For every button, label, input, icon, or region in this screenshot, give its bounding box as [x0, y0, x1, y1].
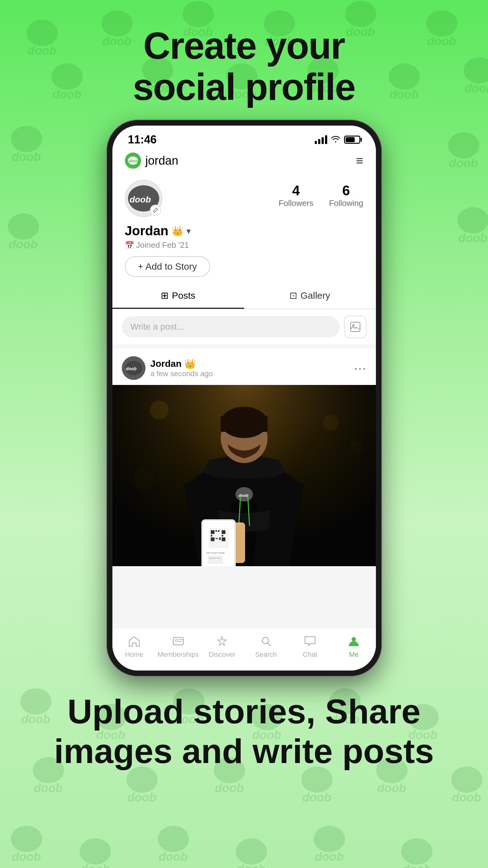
svg-rect-99 — [211, 537, 215, 541]
tabs-row: ⊞ Posts ⊡ Gallery — [112, 283, 376, 309]
following-label: Following — [329, 198, 363, 208]
svg-rect-98 — [222, 535, 223, 536]
nav-chat[interactable]: Chat — [288, 633, 332, 661]
following-stat[interactable]: 6 Following — [329, 183, 363, 208]
svg-point-107 — [175, 639, 177, 642]
write-post-bar: Write a post... — [112, 309, 376, 344]
write-post-input[interactable]: Write a post... — [122, 316, 340, 337]
edit-avatar-button[interactable] — [150, 205, 161, 216]
nav-me[interactable]: Me — [332, 633, 376, 661]
tab-posts[interactable]: ⊞ Posts — [112, 283, 244, 309]
svg-point-113 — [352, 637, 356, 642]
gallery-tab-label: Gallery — [300, 290, 330, 301]
nav-memberships[interactable]: Memberships — [156, 633, 200, 661]
svg-line-112 — [267, 643, 270, 646]
profile-section: doob 4 Followers — [112, 174, 376, 283]
nav-search[interactable]: Search — [244, 633, 288, 661]
status-icons — [315, 135, 360, 145]
gallery-tab-icon: ⊡ — [289, 290, 297, 301]
app-username: jordan — [145, 154, 178, 167]
add-to-story-button[interactable]: + Add to Story — [125, 256, 210, 277]
nav-home[interactable]: Home — [112, 633, 156, 661]
posts-tab-icon: ⊞ — [161, 290, 169, 301]
avatar-container[interactable]: doob — [125, 180, 162, 217]
svg-point-62 — [236, 838, 267, 865]
svg-point-78 — [150, 401, 169, 419]
top-heading-text: Create your social profile — [0, 25, 488, 107]
nav-memberships-label: Memberships — [157, 651, 199, 659]
post-image: doob — [112, 385, 376, 566]
media-upload-button[interactable] — [344, 316, 366, 338]
post-time: a few seconds ago — [151, 369, 213, 378]
followers-count: 4 — [279, 183, 313, 198]
svg-text:The Doob Social: The Doob Social — [206, 552, 225, 554]
chat-icon — [304, 636, 316, 649]
svg-point-66 — [401, 838, 432, 865]
nav-search-label: Search — [255, 651, 277, 659]
tab-gallery[interactable]: ⊡ Gallery — [244, 283, 376, 309]
svg-point-80 — [350, 441, 362, 454]
phone-frame: 11:46 — [107, 120, 382, 676]
memberships-icon — [172, 636, 185, 649]
post-name-time: Jordan 👑 a few seconds ago — [151, 359, 213, 378]
svg-point-81 — [133, 468, 155, 490]
svg-text:Member Card: Member Card — [209, 557, 221, 559]
profile-top: doob 4 Followers — [125, 180, 363, 217]
nav-discover-label: Discover — [208, 651, 235, 659]
svg-rect-104 — [207, 555, 223, 564]
svg-text:doob: doob — [80, 863, 109, 868]
calendar-icon: 📅 — [125, 241, 134, 250]
post-header: doob Jordan 👑 a few seconds ago — [112, 349, 376, 385]
svg-text:doob: doob — [237, 863, 266, 868]
svg-marker-110 — [218, 637, 226, 646]
phone-wrapper: 11:46 — [0, 120, 488, 676]
post-card: doob Jordan 👑 a few seconds ago — [112, 349, 376, 566]
post-crown-icon: 👑 — [184, 359, 196, 369]
top-heading-section: Create your social profile — [0, 0, 488, 120]
svg-rect-93 — [211, 530, 215, 534]
battery-icon — [344, 135, 360, 144]
joined-text: 📅 Joined Feb '21 — [125, 240, 363, 250]
search-icon — [260, 636, 272, 649]
nav-chat-label: Chat — [302, 651, 317, 659]
svg-rect-95 — [218, 530, 220, 532]
svg-rect-72 — [351, 322, 360, 332]
profile-name-row: Jordan 👑 ▾ — [125, 223, 363, 239]
phone-screen: 11:46 — [112, 126, 376, 671]
discover-icon — [216, 636, 228, 649]
hamburger-menu[interactable]: ≡ — [356, 154, 363, 167]
profile-dropdown-icon[interactable]: ▾ — [186, 226, 191, 236]
svg-text:doob: doob — [130, 195, 151, 204]
app-logo-name: doob jordan — [125, 153, 178, 169]
svg-text:doob: doob — [238, 493, 249, 498]
profile-name: Jordan — [125, 223, 169, 239]
svg-point-60 — [158, 826, 189, 852]
svg-point-58 — [79, 838, 111, 865]
bottom-heading-section: Upload stories, Share images and write p… — [0, 676, 488, 796]
stats-container: 4 Followers 6 Following — [279, 183, 363, 208]
svg-rect-100 — [216, 538, 218, 539]
bottom-nav: Home Memberships — [112, 628, 376, 671]
svg-text:doob: doob — [126, 366, 137, 371]
app-logo: doob — [125, 153, 141, 169]
wifi-icon — [331, 135, 340, 145]
svg-rect-101 — [219, 537, 221, 540]
post-avatar: doob — [122, 356, 145, 380]
nav-discover[interactable]: Discover — [200, 633, 244, 661]
crown-badge-icon: 👑 — [172, 226, 183, 237]
posts-tab-label: Posts — [172, 290, 195, 301]
svg-text:doob: doob — [159, 850, 188, 863]
status-bar: 11:46 — [112, 126, 376, 149]
followers-stat[interactable]: 4 Followers — [279, 183, 313, 208]
home-icon — [128, 636, 140, 649]
nav-home-label: Home — [125, 651, 143, 659]
svg-point-56 — [11, 826, 42, 852]
svg-text:doob: doob — [12, 850, 41, 863]
post-more-button[interactable]: ··· — [354, 361, 366, 375]
post-author-name: Jordan 👑 — [151, 359, 213, 369]
content-area: Write a post... — [112, 309, 376, 628]
svg-text:doob: doob — [129, 158, 138, 163]
following-count: 6 — [329, 183, 363, 198]
svg-text:doob: doob — [315, 850, 344, 863]
followers-label: Followers — [279, 198, 313, 208]
